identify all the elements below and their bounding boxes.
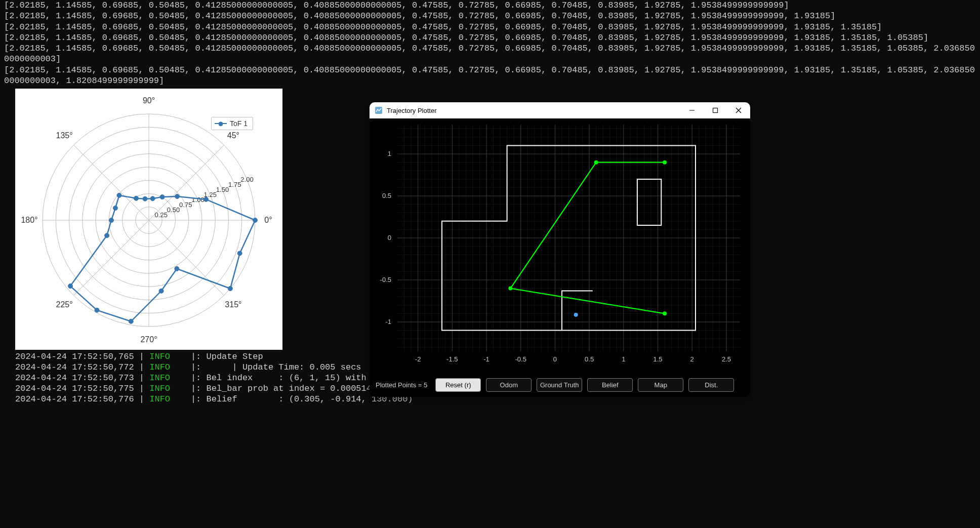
svg-text:0.75: 0.75 xyxy=(179,201,192,209)
svg-point-48 xyxy=(228,286,232,291)
odom-button[interactable]: Odom xyxy=(486,378,532,392)
close-button[interactable] xyxy=(727,102,750,118)
log-ts: 2024-04-24 17:52:50,775 xyxy=(15,384,134,393)
maximize-button[interactable] xyxy=(704,102,727,118)
terminal-line: [2.02185, 1.14585, 0.69685, 0.50485, 0.4… xyxy=(4,65,976,87)
svg-text:0: 0 xyxy=(553,355,557,363)
svg-text:-1: -1 xyxy=(385,318,391,326)
svg-point-162 xyxy=(663,311,667,315)
svg-text:135°: 135° xyxy=(56,131,73,140)
log-level: INFO xyxy=(149,352,170,361)
svg-text:0.5: 0.5 xyxy=(585,355,594,363)
svg-line-10 xyxy=(149,145,224,220)
polar-legend: ToF 1 xyxy=(211,117,253,130)
svg-point-36 xyxy=(150,196,155,201)
ground-truth-button[interactable]: Ground Truth xyxy=(537,378,582,392)
log-level: INFO xyxy=(149,362,170,372)
reset-button[interactable]: Reset (r) xyxy=(435,378,481,392)
belief-button[interactable]: Belief xyxy=(587,378,633,392)
svg-point-32 xyxy=(253,218,258,223)
svg-text:225°: 225° xyxy=(56,300,73,309)
svg-line-22 xyxy=(149,220,224,295)
terminal-line: [2.02185, 1.14585, 0.69685, 0.50485, 0.4… xyxy=(4,11,976,21)
svg-text:0.25: 0.25 xyxy=(155,211,168,219)
svg-text:90°: 90° xyxy=(143,96,155,105)
log-ts: 2024-04-24 17:52:50,776 xyxy=(15,394,134,404)
polar-plot: 0°45°90°135°180°225°270°315°0.250.500.75… xyxy=(15,89,282,350)
svg-point-49 xyxy=(237,251,242,256)
svg-text:1: 1 xyxy=(388,150,391,157)
svg-text:2.00: 2.00 xyxy=(240,176,253,183)
svg-point-47 xyxy=(175,266,179,271)
svg-text:2: 2 xyxy=(690,355,694,363)
terminal-output: [2.02185, 1.14585, 0.69685, 0.50485, 0.4… xyxy=(0,0,980,86)
map-button[interactable]: Map xyxy=(638,378,683,392)
svg-text:315°: 315° xyxy=(225,300,241,309)
svg-point-163 xyxy=(508,287,512,291)
svg-point-165 xyxy=(663,160,667,165)
svg-text:-0.5: -0.5 xyxy=(380,276,391,283)
terminal-line: [2.02185, 1.14585, 0.69685, 0.50485, 0.4… xyxy=(4,0,976,11)
log-ts: 2024-04-24 17:52:50,765 xyxy=(15,352,134,361)
svg-point-42 xyxy=(105,233,109,238)
svg-point-35 xyxy=(160,195,165,199)
log-level: INFO xyxy=(149,384,170,393)
svg-point-39 xyxy=(117,193,121,197)
svg-text:0°: 0° xyxy=(264,216,272,224)
log-level: INFO xyxy=(149,394,170,404)
trajectory-toolbar: Plotted Points = 5 Reset (r) Odom Ground… xyxy=(370,373,750,397)
plotted-points-label: Plotted Points = 5 xyxy=(376,381,427,389)
log-ts: 2024-04-24 17:52:50,772 xyxy=(15,362,134,372)
svg-text:45°: 45° xyxy=(227,131,239,140)
svg-point-166 xyxy=(574,313,578,317)
svg-text:0.5: 0.5 xyxy=(382,192,391,199)
terminal-line: [2.02185, 1.14585, 0.69685, 0.50485, 0.4… xyxy=(4,32,976,43)
svg-text:1: 1 xyxy=(622,355,625,363)
dist-button[interactable]: Dist. xyxy=(688,378,734,392)
svg-text:-1: -1 xyxy=(483,355,489,363)
log-level: INFO xyxy=(149,373,170,383)
trajectory-plot[interactable]: -2-1.5-1-0.500.511.522.5-1-0.500.51 xyxy=(370,118,750,373)
svg-text:0: 0 xyxy=(388,234,391,241)
svg-point-33 xyxy=(204,197,209,201)
log-ts: 2024-04-24 17:52:50,773 xyxy=(15,373,134,383)
svg-text:-1.5: -1.5 xyxy=(446,355,458,363)
svg-point-41 xyxy=(109,218,113,223)
terminal-line: [2.02185, 1.14585, 0.69685, 0.50485, 0.4… xyxy=(4,22,976,32)
svg-point-37 xyxy=(143,196,147,201)
svg-point-46 xyxy=(159,289,164,293)
window-title: Trajectory Plotter xyxy=(387,107,680,114)
svg-point-38 xyxy=(134,196,139,200)
titlebar[interactable]: Trajectory Plotter xyxy=(370,102,750,118)
svg-text:2.5: 2.5 xyxy=(722,355,731,363)
log-msg: |: | Update Time: 0.005 secs xyxy=(191,362,361,372)
app-icon xyxy=(375,106,383,114)
svg-point-34 xyxy=(175,194,180,198)
svg-point-43 xyxy=(68,284,72,289)
svg-rect-55 xyxy=(370,118,750,373)
legend-label: ToF 1 xyxy=(230,119,248,128)
legend-swatch-icon xyxy=(215,123,227,124)
svg-text:1.75: 1.75 xyxy=(228,181,241,188)
svg-line-18 xyxy=(74,220,149,295)
svg-point-44 xyxy=(95,308,99,312)
svg-text:-0.5: -0.5 xyxy=(515,355,526,363)
svg-point-164 xyxy=(594,160,598,165)
terminal-line: [2.02185, 1.14585, 0.69685, 0.50485, 0.4… xyxy=(4,43,976,65)
minimize-button[interactable] xyxy=(680,102,704,118)
svg-point-45 xyxy=(129,319,133,323)
log-msg: |: Update Step xyxy=(191,352,263,361)
svg-point-40 xyxy=(113,206,117,210)
svg-text:1.50: 1.50 xyxy=(216,186,229,193)
svg-text:-2: -2 xyxy=(415,355,421,363)
svg-text:0.50: 0.50 xyxy=(167,206,180,214)
svg-text:1.5: 1.5 xyxy=(653,355,662,363)
svg-line-14 xyxy=(74,145,149,220)
trajectory-window: Trajectory Plotter -2-1.5-1-0.500.511.52… xyxy=(370,102,750,397)
svg-text:270°: 270° xyxy=(140,335,157,344)
svg-rect-52 xyxy=(713,108,718,113)
svg-text:180°: 180° xyxy=(21,216,37,224)
